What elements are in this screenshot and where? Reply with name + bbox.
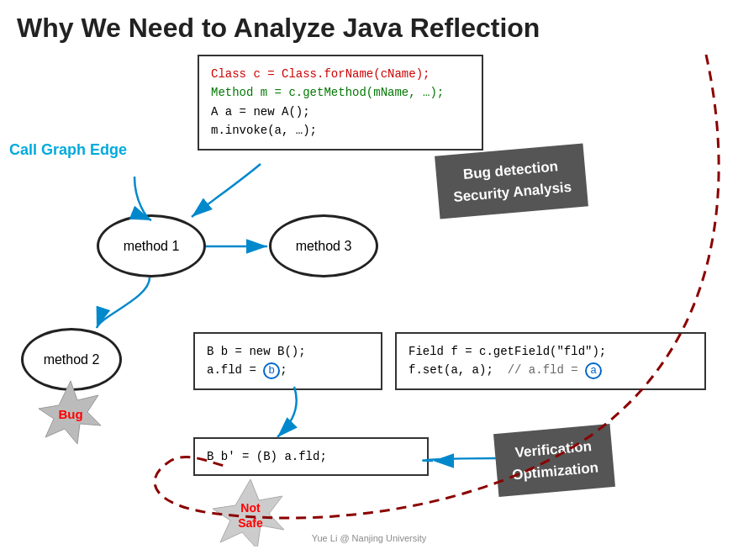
code-mname-param: mName, … <box>373 86 430 99</box>
method1-label: method 1 <box>124 239 180 254</box>
not-safe-starburst: Not Safe <box>208 475 293 547</box>
method3-label: method 3 <box>296 239 352 254</box>
code-invoke: m.invoke(a, …); <box>211 124 317 137</box>
svg-text:Bug: Bug <box>58 407 82 421</box>
call-graph-edge-label: Call Graph Edge <box>9 141 127 159</box>
bug-detection-text: Bug detectionSecurity Analysis <box>453 158 572 204</box>
code-cname-param: cName <box>381 67 416 81</box>
code-box-bottom: B b' = (B) a.fld; <box>193 437 429 476</box>
bottom-line1: B b' = (B) a.fld; <box>207 447 415 466</box>
circle-b-var: b <box>263 362 280 379</box>
verification-banner: VerificationOptimization <box>493 424 615 497</box>
svg-text:Safe: Safe <box>238 516 263 530</box>
code-class-keyword: Class c = Class.forName( <box>211 67 381 81</box>
verification-text: VerificationOptimization <box>511 438 598 483</box>
footer-text: Yue Li @ Nanjing University <box>312 533 427 543</box>
bug-starburst: Bug <box>35 377 107 448</box>
code-line-4: m.invoke(a, …); <box>211 121 470 140</box>
slide: Why We Need to Analyze Java Reflection C… <box>0 0 738 560</box>
code-line-3: A a = new A(); <box>211 103 470 121</box>
code-new-a: A a = new A(); <box>211 105 310 119</box>
method2-label: method 2 <box>44 352 100 367</box>
code-box-top: Class c = Class.forName(cName); Method m… <box>198 55 483 151</box>
bug-detection-banner: Bug detectionSecurity Analysis <box>435 143 588 219</box>
not-safe-badge-container: Not Safe <box>208 475 293 550</box>
mid-right-line1: Field f = c.getField("fld"); <box>409 342 693 361</box>
mid-left-line1: B b = new B(); <box>207 342 369 361</box>
code-method-keyword: Method m = c.getMethod( <box>211 86 373 99</box>
method3-ellipse: method 3 <box>269 214 378 277</box>
circle-a-var: a <box>585 362 602 379</box>
bug-badge-container: Bug <box>35 377 107 452</box>
mid-right-line2: f.set(a, a); // a.fld = a <box>409 361 693 379</box>
svg-text:Not: Not <box>240 501 261 515</box>
code-box-mid-left: B b = new B(); a.fld = b; <box>193 332 382 390</box>
slide-title: Why We Need to Analyze Java Reflection <box>17 13 730 44</box>
mid-left-line2: a.fld = b; <box>207 361 369 379</box>
code-line-1: Class c = Class.forName(cName); <box>211 65 470 83</box>
method1-ellipse: method 1 <box>97 214 206 277</box>
code-box-mid-right: Field f = c.getField("fld"); f.set(a, a)… <box>395 332 706 390</box>
code-line-2: Method m = c.getMethod(mName, …); <box>211 83 470 102</box>
